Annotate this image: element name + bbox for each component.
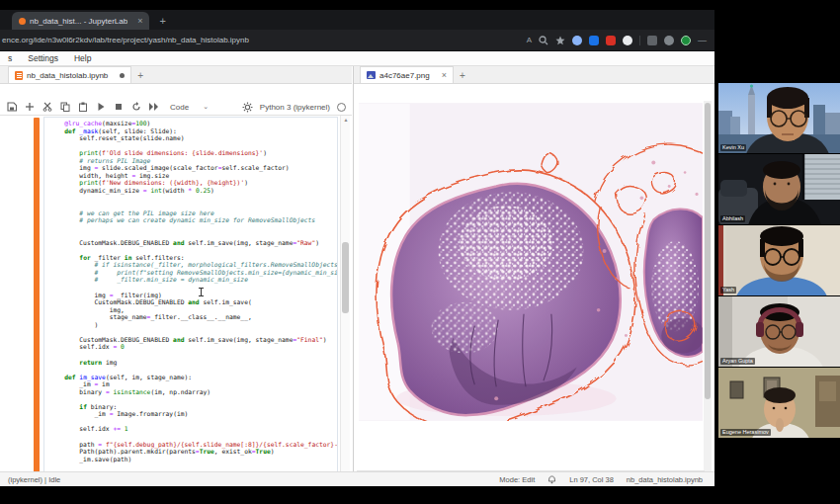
cell-type-dropdown[interactable]: Code ⌄ (170, 103, 209, 112)
kernel-status-circle[interactable] (337, 103, 346, 112)
participant-video-blue-shirt (718, 225, 840, 295)
search-icon[interactable] (539, 36, 548, 45)
extension-blue-badge-icon[interactable] (589, 36, 599, 45)
video-tile[interactable]: Yash (718, 225, 840, 295)
video-tile[interactable]: Abhilash (718, 154, 840, 224)
active-cell-indicator[interactable] (34, 118, 40, 482)
browser-tab-strip: nb_data_hist... - JupyterLab × + (0, 10, 714, 30)
image-vertical-scrollbar[interactable] (704, 101, 712, 476)
notebook-file-icon (15, 71, 23, 80)
browser-window: nb_data_hist... - JupyterLab × + ence.or… (0, 10, 714, 486)
statusbar-filename[interactable]: nb_data_histolab.ipynb (627, 475, 703, 484)
menu-item-help[interactable]: Help (74, 53, 91, 63)
kernel-name[interactable]: Python 3 (ipykernel) (260, 103, 330, 112)
kernel-status-text[interactable]: (ipykernel) | Idle (8, 475, 60, 484)
stop-kernel-icon[interactable] (113, 102, 124, 113)
status-bar: (ipykernel) | Idle Mode: Edit Ln 97, Col… (0, 471, 714, 486)
extension-light-circle-icon[interactable] (623, 36, 632, 45)
extension-red-icon[interactable] (606, 36, 616, 45)
notebook-panel: nb_data_histolab.ipynb + (0, 66, 352, 486)
browser-url-row: ence.org/ide/n3w0l6r2kdv/lab/tree/projec… (0, 30, 714, 51)
video-tile[interactable]: Eugene Herasimov (718, 368, 840, 438)
image-new-tab-button[interactable]: + (460, 70, 465, 81)
icon-divider (639, 36, 640, 45)
participant-name: Aryan Gupta (720, 358, 755, 365)
video-tile[interactable]: Kevin Xu (718, 83, 840, 153)
menu-item-truncated[interactable]: s (8, 53, 12, 63)
notebook-scroll-thumb[interactable] (342, 242, 349, 313)
copy-cell-icon[interactable] (59, 102, 70, 113)
jupyterlab-page: s Settings Help nb_data_histolab.ipynb + (0, 51, 714, 486)
image-tab-label: a4c76ae7.png (379, 71, 430, 80)
browser-new-tab-button[interactable]: + (159, 15, 165, 27)
image-viewer-panel: a4c76ae7.png × + (353, 66, 714, 486)
run-cell-icon[interactable] (95, 102, 106, 113)
puzzle-extensions-icon[interactable] (647, 36, 657, 45)
participant-video-city (718, 83, 840, 153)
video-participants-column: Kevin Xu Abhilash (718, 83, 840, 439)
png-viewer[interactable] (354, 99, 714, 486)
screen-share-frame: nb_data_hist... - JupyterLab × + ence.or… (0, 0, 840, 504)
code-lines: @lru_cache(maxsize=100) def _mask(self, … (49, 120, 337, 483)
text-cursor-icon (201, 288, 202, 296)
image-file-icon (367, 71, 376, 79)
notebook-tab-label: nb_data_histolab.ipynb (27, 71, 108, 80)
participant-video-headphones (718, 296, 840, 367)
mode-indicator[interactable]: Mode: Edit (499, 475, 535, 484)
participant-name: Abhilash (720, 215, 745, 222)
jupyterlab-menubar: s Settings Help (0, 51, 714, 66)
participant-video-green-room (718, 368, 840, 438)
url-bar[interactable]: ence.org/ide/n3w0l6r2kdv/lab/tree/projec… (0, 36, 519, 44)
save-icon[interactable] (6, 102, 17, 113)
cursor-position[interactable]: Ln 97, Col 38 (569, 475, 614, 484)
image-tab-bar: a4c76ae7.png × + (354, 66, 714, 84)
jupyter-favicon-icon (19, 18, 26, 25)
notebook-toolbar: Code ⌄ Python 3 (ipykernel) (0, 99, 352, 116)
tab-close-icon[interactable]: × (137, 16, 142, 26)
code-editor[interactable]: @lru_cache(maxsize=100) def _mask(self, … (43, 117, 338, 483)
participant-name: Kevin Xu (720, 144, 746, 151)
run-all-icon[interactable] (148, 102, 159, 113)
paste-cell-icon[interactable] (77, 102, 88, 113)
chevron-down-icon: ⌄ (203, 103, 209, 111)
image-tab[interactable]: a4c76ae7.png × (360, 66, 454, 83)
notebook-tab[interactable]: nb_data_histolab.ipynb (8, 66, 131, 83)
notebook-new-tab-button[interactable]: + (137, 70, 143, 81)
font-size-icon[interactable]: A (527, 36, 532, 45)
browser-tab[interactable]: nb_data_hist... - JupyterLab × (12, 12, 149, 30)
browser-tab-title: nb_data_hist... - JupyterLab (30, 17, 127, 26)
notebook-scrollbar[interactable]: ▲ ▼ (340, 116, 350, 486)
restart-kernel-icon[interactable] (130, 102, 141, 113)
bell-icon[interactable] (547, 475, 556, 484)
bookmark-star-icon[interactable] (555, 36, 565, 45)
image-vscroll-thumb[interactable] (705, 103, 711, 399)
cut-cell-icon[interactable] (42, 102, 52, 113)
video-tile[interactable]: Aryan Gupta (718, 296, 840, 367)
account-avatar-green[interactable] (681, 36, 691, 45)
scroll-up-arrow[interactable]: ▲ (341, 116, 351, 125)
notebook-cell-area: @lru_cache(maxsize=100) def _mask(self, … (0, 116, 352, 486)
extension-blue-circle-icon[interactable] (572, 36, 582, 45)
participant-video-dark-room (718, 154, 840, 224)
gear-icon[interactable] (242, 102, 253, 113)
profile-person-icon[interactable] (664, 36, 674, 45)
browser-action-icons: A — (519, 36, 714, 45)
minimize-icon[interactable]: — (698, 36, 707, 45)
histology-image (359, 103, 703, 421)
notebook-tab-bar: nb_data_histolab.ipynb + (0, 66, 352, 84)
unsaved-dot-icon[interactable] (120, 73, 125, 78)
image-tab-close-icon[interactable]: × (442, 70, 447, 80)
participant-name: Eugene Herasimov (720, 429, 771, 436)
participant-name: Yash (720, 287, 736, 294)
add-cell-icon[interactable] (24, 102, 35, 113)
menu-item-settings[interactable]: Settings (28, 53, 58, 63)
